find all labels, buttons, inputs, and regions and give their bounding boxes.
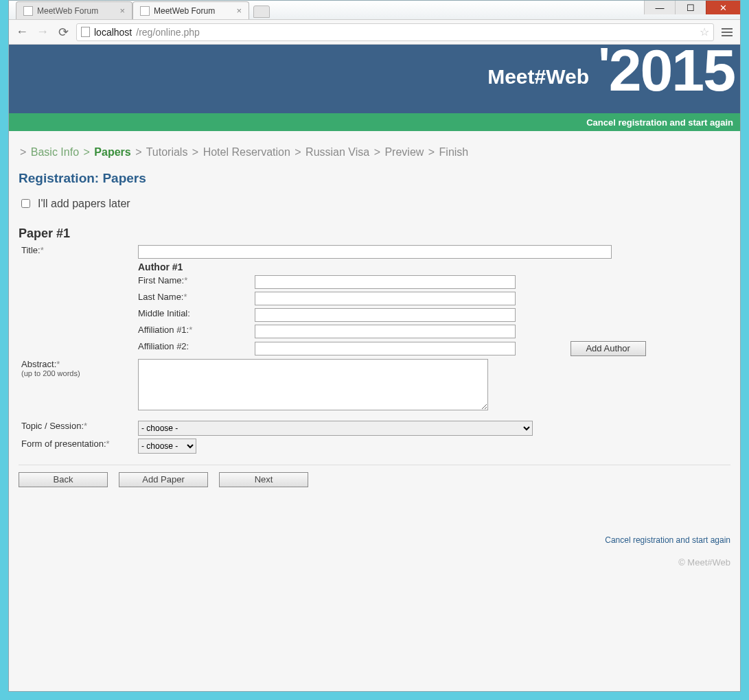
window-maximize-button[interactable]: ☐: [675, 1, 706, 14]
url-host: localhost: [94, 27, 132, 38]
tab-2[interactable]: MeetWeb Forum ×: [132, 1, 249, 19]
first-name-label: First Name:: [138, 275, 184, 285]
site-year: '2015: [599, 45, 735, 100]
title-input[interactable]: [138, 245, 612, 259]
crumb-visa[interactable]: Russian Visa: [306, 146, 369, 158]
add-later-row: I'll add papers later: [19, 197, 730, 210]
site-info-icon[interactable]: [81, 27, 90, 37]
topic-label: Topic / Session:: [21, 421, 84, 431]
tab-close-icon[interactable]: ×: [119, 5, 125, 16]
form-label: Form of presentation:: [21, 439, 106, 449]
page-title: Registration: Papers: [19, 171, 730, 186]
add-later-checkbox[interactable]: [21, 199, 30, 208]
form-select[interactable]: - choose -: [138, 439, 196, 454]
affiliation1-input[interactable]: [255, 325, 516, 338]
crumb-finish[interactable]: Finish: [439, 146, 469, 158]
first-name-input[interactable]: [255, 275, 516, 289]
title-label: Title:: [21, 245, 41, 255]
page-icon: [23, 6, 33, 16]
last-name-label: Last Name:: [138, 292, 183, 302]
window-controls: — ☐ ✕: [644, 1, 740, 14]
green-band: Cancel registration and start again: [9, 113, 740, 131]
site-header: Meet#Web '2015: [9, 45, 740, 113]
main-content: > Basic Info > Papers > Tutorials > Hote…: [9, 131, 740, 588]
window-minimize-button[interactable]: —: [644, 1, 675, 14]
reload-button[interactable]: ⟳: [56, 25, 71, 40]
affiliation2-input[interactable]: [255, 342, 516, 355]
cancel-link-top[interactable]: Cancel registration and start again: [586, 117, 733, 128]
crumb-tutorials[interactable]: Tutorials: [146, 146, 188, 158]
middle-initial-label: Middle Initial:: [138, 308, 190, 318]
abstract-label: Abstract:: [21, 359, 56, 369]
footer-links: Cancel registration and start again: [19, 535, 730, 545]
year-apostrophe: ': [599, 45, 609, 93]
tab-1[interactable]: MeetWeb Forum ×: [16, 1, 132, 19]
abstract-hint: (up to 200 words): [21, 369, 132, 377]
browser-window: MeetWeb Forum × MeetWeb Forum × — ☐ ✕ ← …: [8, 0, 741, 692]
window-titlebar: MeetWeb Forum × MeetWeb Forum × — ☐ ✕: [9, 1, 740, 20]
copyright: © Meet#Web: [19, 557, 730, 568]
page-content: Meet#Web '2015 Cancel registration and s…: [9, 45, 740, 691]
tab-1-title: MeetWeb Forum: [37, 6, 98, 16]
year-number: 2015: [609, 45, 735, 103]
next-button[interactable]: Next: [219, 472, 308, 487]
forward-button[interactable]: →: [35, 25, 50, 40]
tab-2-title: MeetWeb Forum: [154, 6, 215, 16]
back-button[interactable]: ←: [14, 25, 30, 40]
hamburger-menu-icon[interactable]: [719, 25, 735, 40]
tab-close-icon[interactable]: ×: [236, 5, 242, 16]
window-close-button[interactable]: ✕: [706, 1, 740, 14]
crumb-papers[interactable]: Papers: [94, 146, 130, 158]
url-path: /reg/online.php: [136, 27, 200, 38]
back-button[interactable]: Back: [19, 472, 108, 487]
author-heading: Author #1: [138, 261, 183, 272]
breadcrumb: > Basic Info > Papers > Tutorials > Hote…: [19, 146, 730, 159]
address-bar[interactable]: localhost/reg/online.php ☆: [76, 23, 714, 41]
add-paper-button[interactable]: Add Paper: [119, 472, 208, 487]
crumb-basic-info[interactable]: Basic Info: [31, 146, 79, 158]
cancel-link-bottom[interactable]: Cancel registration and start again: [605, 535, 730, 545]
req-marker: *: [41, 245, 44, 255]
affiliation1-label: Affiliation #1:: [138, 325, 189, 335]
add-later-label: I'll add papers later: [38, 198, 130, 210]
crumb-hotel[interactable]: Hotel Reservation: [203, 146, 290, 158]
middle-initial-input[interactable]: [255, 308, 516, 322]
paper-heading: Paper #1: [19, 226, 730, 241]
crumb-preview[interactable]: Preview: [384, 146, 424, 158]
bottom-button-row: Back Add Paper Next: [19, 465, 730, 487]
tabs-row: MeetWeb Forum × MeetWeb Forum ×: [9, 1, 270, 19]
site-brand: Meet#Web: [487, 65, 589, 89]
paper-form: Title:* Author #1 First Name:* Last Name…: [19, 244, 649, 455]
page-icon: [140, 6, 150, 16]
add-author-button[interactable]: Add Author: [571, 341, 646, 356]
abstract-textarea[interactable]: [138, 359, 488, 410]
topic-select[interactable]: - choose -: [138, 421, 533, 436]
last-name-input[interactable]: [255, 292, 516, 305]
bookmark-star-icon[interactable]: ☆: [700, 25, 709, 38]
affiliation2-label: Affiliation #2:: [138, 341, 189, 351]
newtab-button[interactable]: [253, 5, 270, 18]
browser-toolbar: ← → ⟳ localhost/reg/online.php ☆: [9, 20, 740, 45]
